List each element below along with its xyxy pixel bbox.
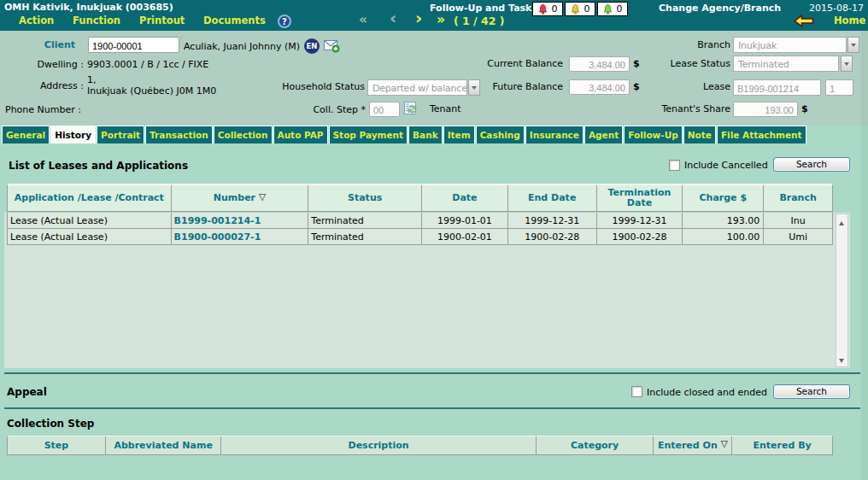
nav-first-button[interactable]: « — [359, 12, 367, 27]
branch-dropdown-button[interactable] — [847, 37, 859, 53]
tab-note[interactable]: Note — [683, 126, 716, 143]
menu-documents[interactable]: Documents — [203, 15, 266, 26]
column-header-label: Branch — [779, 193, 816, 203]
column-header-label: Step — [44, 440, 69, 451]
column-header-label: Number — [214, 193, 255, 203]
menu-function[interactable]: Function — [73, 15, 120, 26]
leases-search-button[interactable]: Search — [773, 157, 850, 172]
tenant-share-input — [733, 102, 798, 117]
column-header-label: Entered On — [658, 440, 718, 451]
collection-section-title: Collection Step — [7, 418, 94, 430]
divider-collection — [4, 407, 860, 409]
tab-portrait[interactable]: Portrait — [97, 126, 144, 143]
column-header-termination-date[interactable]: Termination Date — [597, 185, 683, 211]
tab-auto-pap[interactable]: Auto PAP — [273, 126, 328, 143]
column-header-status[interactable]: Status — [308, 185, 422, 211]
current-balance-label: Current Balance — [487, 58, 563, 69]
tab-file-attachment[interactable]: File Attachment — [717, 126, 806, 143]
appeal-search-button[interactable]: Search — [773, 384, 850, 399]
tab-general[interactable]: General — [2, 126, 50, 143]
cell-end-date: 1900-02-28 — [508, 229, 597, 244]
column-header-step[interactable]: Step — [8, 436, 106, 454]
coll-step-input — [369, 102, 400, 117]
send-mail-icon[interactable] — [324, 39, 340, 53]
column-header-label: Entered By — [754, 440, 812, 451]
lease-list-scrollbar[interactable] — [836, 214, 848, 367]
tab-stop-payment[interactable]: Stop Payment — [329, 126, 408, 143]
column-header-charge-[interactable]: Charge $ — [683, 185, 764, 211]
menu-action[interactable]: Action — [19, 15, 54, 26]
tab-cashing[interactable]: Cashing — [476, 126, 525, 143]
client-name: Aculiak, Juani Johnny (M) — [184, 41, 300, 52]
home-link[interactable]: Home — [834, 15, 865, 26]
tab-collection[interactable]: Collection — [214, 126, 273, 143]
green-bell-alert-box[interactable]: 0 — [597, 2, 628, 16]
yellow-bell-alert-box[interactable]: 0 — [565, 2, 595, 16]
nav-next-button[interactable]: › — [415, 8, 422, 28]
tab-agent[interactable]: Agent — [584, 126, 623, 143]
window-title: OMH Kativik, Inukjuak (003685) — [4, 2, 173, 13]
help-icon[interactable]: ? — [278, 15, 291, 28]
cell-branch: Umi — [764, 229, 832, 244]
cell-number[interactable]: B1999-001214-1 — [172, 213, 309, 228]
nav-previous-button[interactable]: ‹ — [390, 8, 396, 28]
column-header-label: Abbreviated Name — [114, 440, 212, 451]
column-header-label: Charge $ — [699, 193, 747, 203]
lease-sequence-input — [825, 79, 853, 96]
column-header-end-date[interactable]: End Date — [508, 185, 597, 211]
cell-date: 1999-01-01 — [422, 213, 508, 228]
column-header-entered-by[interactable]: Entered By — [732, 436, 832, 454]
coll-step-refresh-icon[interactable] — [404, 102, 419, 116]
menu-printout[interactable]: Printout — [139, 15, 185, 26]
scroll-down-button[interactable] — [836, 354, 847, 366]
column-header-category[interactable]: Category — [537, 436, 654, 454]
red-bell-alert-box[interactable]: 0 — [532, 2, 563, 16]
client-input[interactable] — [88, 37, 179, 53]
column-header-label: End Date — [528, 193, 576, 203]
cell-date: 1900-02-01 — [422, 229, 508, 244]
address-line2: Inukjuak (Québec) J0M 1M0 — [87, 85, 216, 97]
cell-end-date: 1999-12-31 — [508, 213, 597, 228]
red-bell-count: 0 — [552, 3, 558, 15]
nav-last-button[interactable]: » — [437, 12, 445, 27]
column-header-entered-on[interactable]: Entered On▽ — [654, 436, 732, 454]
dwelling-value: 9903.0001 / B / 1cc / FIXE — [87, 59, 208, 70]
lease-status-dropdown-button[interactable] — [841, 56, 853, 72]
coll-step-label: Coll. Step * — [313, 104, 366, 115]
column-header-label: Description — [349, 440, 409, 451]
column-header-abbreviated-name[interactable]: Abbreviated Name — [106, 436, 222, 454]
client-label: Client — [44, 39, 75, 50]
column-header-label: Date — [452, 193, 477, 203]
branch-select[interactable]: Inukjuak — [733, 37, 847, 53]
scroll-up-button[interactable] — [836, 214, 847, 227]
collection-table-header: StepAbbreviated NameDescriptionCategoryE… — [7, 436, 833, 455]
household-dropdown-button[interactable] — [468, 79, 480, 96]
address-label: Address : — [40, 80, 84, 91]
household-status-select[interactable]: Departed w/ balance — [367, 79, 467, 96]
red-bell-icon — [538, 4, 548, 15]
tab-follow-up[interactable]: Follow-Up — [624, 126, 682, 143]
branch-label: Branch — [697, 39, 730, 50]
column-header-application-lease-contract[interactable]: Application /Lease /Contract — [8, 185, 172, 211]
address-line1: 1, — [87, 74, 97, 85]
back-arrow-icon[interactable] — [794, 15, 814, 27]
include-cancelled-checkbox[interactable] — [669, 160, 680, 171]
column-header-number[interactable]: Number▽ — [172, 185, 309, 211]
lease-status-label: Lease Status — [671, 58, 731, 69]
cell-number[interactable]: B1900-000027-1 — [172, 229, 309, 244]
lease-status-select[interactable]: Terminated — [733, 56, 839, 72]
tab-item[interactable]: Item — [443, 126, 475, 143]
lease-input — [733, 79, 821, 96]
cell-application-lease-contract: Lease (Actual Lease) — [8, 229, 172, 244]
tab-history[interactable]: History — [50, 126, 96, 143]
column-header-label: Category — [571, 440, 619, 451]
column-header-branch[interactable]: Branch — [764, 185, 832, 211]
tab-bank[interactable]: Bank — [408, 126, 443, 143]
change-agency-link[interactable]: Change Agency/Branch — [659, 3, 781, 14]
column-header-description[interactable]: Description — [221, 436, 536, 454]
column-header-date[interactable]: Date — [422, 185, 508, 211]
tab-insurance[interactable]: Insurance — [525, 126, 584, 143]
green-bell-count: 0 — [617, 3, 623, 15]
tab-transaction[interactable]: Transaction — [145, 126, 213, 143]
include-closed-checkbox[interactable] — [631, 386, 642, 397]
